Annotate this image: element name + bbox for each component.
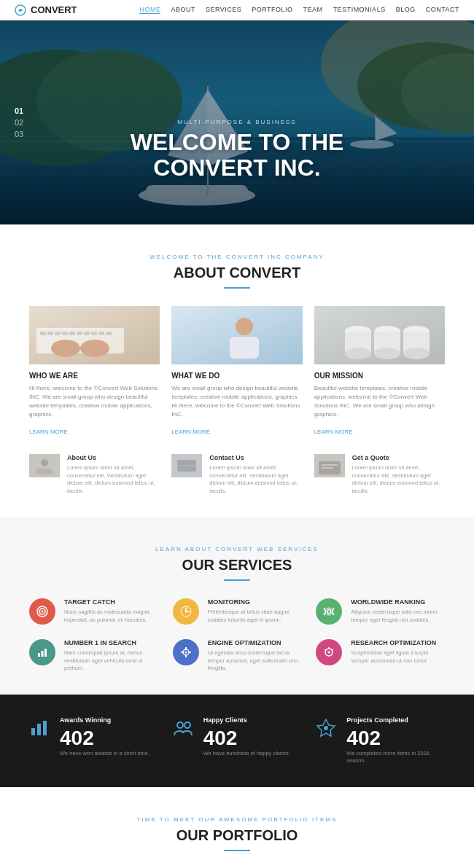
about-card-1-text: Hi there, welcome to the ©Convert Web So… [29, 384, 160, 419]
svg-rect-80 [31, 728, 35, 735]
svg-point-84 [184, 722, 190, 728]
about-link-1-text: Lorem ipsum dolor sit amet, consectetur … [67, 464, 160, 495]
about-link-img-2 [171, 454, 202, 477]
svg-rect-22 [47, 332, 53, 335]
learn-more-1[interactable]: LEARN MORE [29, 429, 68, 435]
service-3-icon [316, 598, 342, 625]
stat-3-text: We completed more items in 2016 season. [346, 750, 445, 765]
about-link-2-title: Contact Us [209, 454, 302, 461]
awards-icon [29, 718, 50, 738]
nav-home[interactable]: HOME [139, 6, 160, 14]
brand-icon [15, 4, 26, 16]
about-link-3-title: Get a Quote [352, 454, 445, 461]
service-3-title: WORLDWIDE RANKING [351, 598, 445, 606]
slide-1[interactable]: 01 [15, 106, 23, 115]
about-card-3-text: Beautiful website templates, creative mo… [314, 384, 445, 419]
stat-1-content: Awards Winning 402 We have won awards in… [60, 716, 149, 758]
service-6-title: RESEARCH OPTIMIZATION [351, 639, 445, 646]
stat-1-title: Awards Winning [60, 716, 149, 724]
service-6-content: RESEARCH OPTIMIZATION Suspendisse aget l… [351, 639, 445, 665]
svg-point-61 [327, 610, 331, 614]
stat-3-content: Projects Completed 402 We completed more… [346, 716, 445, 765]
svg-rect-30 [106, 332, 112, 335]
nav-portfolio[interactable]: PORTFOLIO [252, 6, 292, 14]
slide-3[interactable]: 03 [15, 130, 23, 138]
engine-icon [179, 646, 193, 659]
slide-2[interactable]: 02 [15, 118, 23, 127]
about-divider [224, 287, 250, 289]
services-title: OUR SERVICES [29, 557, 445, 574]
about-img-1-svg [29, 306, 160, 364]
about-link-2: Contact Us Lorem ipsum dolor sit amet, c… [171, 454, 302, 495]
svg-point-83 [177, 722, 183, 728]
nav-about[interactable]: ABOUT [171, 6, 195, 14]
svg-rect-24 [62, 332, 68, 335]
svg-point-86 [324, 726, 328, 730]
about-label: WELCOME TO THE CONVERT INC COMPANY [29, 254, 445, 260]
learn-more-2[interactable]: LEARN MORE [171, 429, 210, 435]
about-card-1-title: WHO WE ARE [29, 372, 160, 380]
svg-point-62 [325, 608, 333, 615]
search-rank-icon [36, 646, 49, 659]
about-card-2-title: WHAT WE DO [171, 372, 302, 380]
stat-1-number: 402 [60, 727, 149, 750]
nav-testimonials[interactable]: TESTIMONIALS [333, 6, 386, 14]
service-3-content: WORLDWIDE RANKING Aliquam scelerisque od… [351, 598, 445, 624]
service-5-content: ENGINE OPTIMIZATION Ut egestas arcu scel… [208, 639, 302, 673]
svg-point-47 [41, 459, 48, 466]
svg-rect-27 [84, 332, 90, 335]
monitoring-icon [179, 605, 193, 618]
service-5-title: ENGINE OPTIMIZATION [208, 639, 302, 646]
service-4-text: Nam consequat ipsum ac metus vestibulum … [64, 649, 158, 673]
service-6-text: Suspendisse aget ligula a turpis semper … [351, 649, 445, 665]
svg-rect-28 [91, 332, 97, 335]
brand[interactable]: CONVERT [15, 4, 77, 16]
svg-rect-23 [55, 332, 61, 335]
about-img-2-svg [171, 306, 302, 364]
svg-point-34 [236, 318, 253, 335]
svg-rect-21 [40, 332, 46, 335]
about-card-1: WHO WE ARE Hi there, welcome to the ©Con… [29, 306, 160, 437]
portfolio-divider [224, 850, 250, 851]
service-6: RESEARCH OPTIMIZATION Suspendisse aget l… [316, 639, 445, 673]
svg-rect-48 [36, 469, 53, 474]
learn-more-3[interactable]: LEARN MORE [314, 429, 353, 435]
about-link-3-content: Get a Quote Lorem ipsum dolor sit amet, … [352, 454, 445, 495]
main-nav: HOME ABOUT SERVICES PORTFOLIO TEAM TESTI… [139, 6, 459, 14]
svg-point-42 [374, 348, 400, 359]
service-3-text: Aliquam scelerisque odio nec lorem tempo… [351, 609, 445, 624]
slide-indicators: 01 02 03 [15, 106, 23, 138]
stat-3: Projects Completed 402 We completed more… [316, 716, 445, 765]
about-link-3-svg [314, 454, 345, 477]
research-icon [322, 646, 335, 659]
portfolio-title: OUR PORTFOLIO [29, 827, 445, 844]
nav-blog[interactable]: BLOG [396, 6, 416, 14]
service-2: MONITORING Pellentesque at tellus vitae … [173, 598, 302, 625]
nav-services[interactable]: SERVICES [206, 6, 241, 14]
clients-icon [173, 718, 193, 738]
service-4-title: NUMBER 1 IN SEARCH [64, 639, 158, 646]
service-1-icon [29, 598, 55, 625]
stat-2-text: We have hundreds of happy clients. [203, 750, 290, 758]
stat-3-title: Projects Completed [346, 716, 445, 724]
about-link-1: About Us Lorem ipsum dolor sit amet, con… [29, 454, 160, 495]
about-link-1-title: About Us [67, 454, 160, 461]
about-title: ABOUT CONVERT [29, 265, 445, 281]
svg-rect-35 [230, 337, 259, 359]
service-1: TARGET CATCH Nunc sagittis ac malesuada … [29, 598, 158, 625]
svg-point-32 [80, 340, 109, 357]
nav-contact[interactable]: CONTACT [426, 6, 459, 14]
about-card-3: OUR MISSION Beautiful website templates,… [314, 306, 445, 437]
service-3: WORLDWIDE RANKING Aliquam scelerisque od… [316, 598, 445, 625]
about-img-2 [171, 306, 302, 364]
about-links: About Us Lorem ipsum dolor sit amet, con… [29, 454, 445, 495]
service-6-icon [316, 639, 342, 665]
hero-title: WELCOME TO THE CONVERT INC. [131, 130, 344, 181]
nav-team[interactable]: TEAM [303, 6, 323, 14]
about-link-1-svg [29, 454, 60, 477]
brand-name: CONVERT [31, 4, 77, 15]
stat-3-icon [316, 718, 336, 743]
svg-rect-82 [43, 721, 47, 735]
about-img-1 [29, 306, 160, 364]
about-card-2-text: We are small group who design beautiful … [171, 384, 302, 419]
